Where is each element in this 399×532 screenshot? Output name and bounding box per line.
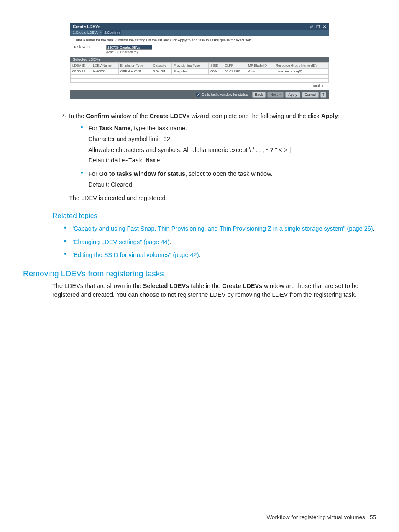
help-icon[interactable]: ? (320, 92, 326, 98)
goto-tasks-label: Go to tasks window for status (202, 93, 248, 97)
related-topics-heading: Related topics (52, 212, 376, 220)
col-ldev-id: LDEV ID (71, 63, 91, 69)
cancel-button[interactable]: Cancel (302, 92, 319, 98)
close-icon[interactable]: ✕ (323, 24, 326, 29)
breadcrumb-current: 2.Confirm (102, 30, 121, 35)
related-link-3: "Editing the SSID for virtual volumes" (… (64, 251, 376, 260)
next-button: Next > (267, 92, 284, 98)
wizard-breadcrumb: 1.Create LDEVs > 2.Confirm (70, 30, 329, 36)
table-row[interactable]: 00:00:39 test0001 OPEN-V CVS 0.04 GB Sna… (71, 69, 329, 75)
apply-button[interactable]: Apply (285, 92, 300, 98)
related-link-1: "Capacity and using Fast Snap, Thin Prov… (64, 224, 376, 234)
goto-tasks-checkbox[interactable] (196, 93, 200, 97)
task-name-label: Task Name: (74, 45, 99, 49)
bullet-task-name: For Task Name, type the task name. Chara… (81, 124, 376, 165)
col-clpr: CLPR (223, 63, 246, 69)
wizard-title: Create LDEVs (73, 24, 100, 29)
task-name-hint: (Max. 32 Characters) (106, 50, 152, 54)
col-mp-blade: MP Blade ID (246, 63, 274, 69)
col-ldev-name: LDEV Name (91, 63, 118, 69)
task-name-input[interactable] (106, 45, 152, 50)
related-link-2: "Changing LDEV settings" (page 44). (64, 238, 376, 247)
maximize-icon[interactable]: ☐ (316, 24, 320, 29)
bullet-goto-tasks: For Go to tasks window for status, selec… (81, 170, 376, 190)
selected-ldevs-title: Selected LDEVs (70, 57, 329, 62)
col-prov-type: Provisioning Type (172, 63, 209, 69)
step-number: 7. (56, 112, 66, 118)
col-capacity: Capacity (151, 63, 171, 69)
wizard-titlebar: Create LDEVs ⤢ ☐ ✕ (70, 23, 329, 30)
section-paragraph: The LDEVs that are shown in the Selected… (52, 282, 376, 299)
wizard-window-icons: ⤢ ☐ ✕ (308, 24, 326, 29)
col-ssid: SSID (209, 63, 223, 69)
section-heading: Removing LDEVs from registering tasks (23, 269, 376, 278)
step-text: In the Confirm window of the Create LDEV… (69, 112, 376, 121)
result-text: The LDEV is created and registered. (69, 194, 376, 203)
restore-down-icon[interactable]: ⤢ (310, 24, 313, 29)
goto-tasks-checkbox-wrap[interactable]: Go to tasks window for status (196, 93, 248, 97)
wizard-instruction: Enter a name for the task. Confirm the s… (74, 38, 325, 42)
col-emulation: Emulation Type (118, 63, 151, 69)
table-total: Total: 1 (74, 83, 325, 89)
wizard-screenshot: Create LDEVs ⤢ ☐ ✕ 1.Create LDEVs > 2.Co… (70, 23, 329, 99)
breadcrumb-prev: 1.Create LDEVs (73, 31, 98, 35)
selected-ldevs-table: LDEV ID LDEV Name Emulation Type Capacit… (70, 62, 329, 83)
back-button[interactable]: Back (252, 92, 266, 98)
col-resource-group: Resource Group Name (ID) (274, 63, 329, 69)
